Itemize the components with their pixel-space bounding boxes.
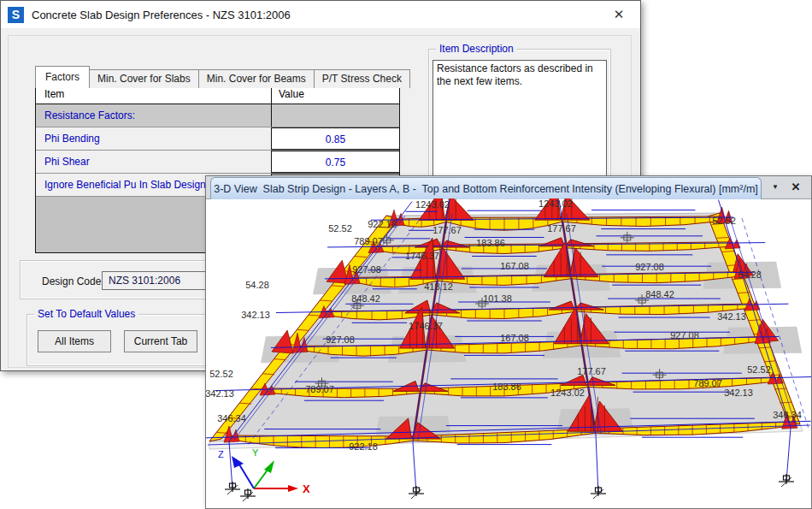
intensity-label: 101.38 [483, 293, 512, 304]
all-items-button[interactable]: All Items [38, 330, 111, 352]
value-phi-bending[interactable]: 0.85 [271, 127, 399, 150]
axis-x-label: X [303, 482, 310, 495]
intensity-label: 167.08 [500, 333, 529, 343]
intensity-label: 52.52 [328, 223, 352, 234]
support-icon [779, 474, 794, 487]
intensity-label: 927.08 [352, 264, 381, 275]
intensity-label: 52.52 [712, 216, 736, 226]
app-icon: S [8, 7, 24, 23]
intensity-label: 342.13 [241, 310, 270, 320]
intensity-label: 167.08 [500, 261, 529, 271]
intensity-label: 177.67 [547, 223, 576, 234]
intensity-label: 346.34 [217, 413, 246, 423]
item-description-label: Item Description [436, 43, 517, 55]
intensity-label: 342.13 [206, 388, 234, 399]
tabstrip: Factors Min. Cover for Slabs Min. Cover … [35, 66, 409, 88]
3d-model-canvas[interactable]: XYZ52.52922.181243.021243.02177.67177.67… [206, 198, 811, 508]
table-row: Resistance Factors: [36, 104, 399, 127]
dialog-close-icon[interactable]: ✕ [604, 7, 633, 22]
intensity-label: 922.18 [368, 219, 397, 229]
3d-view-title: 3-D View Slab Strip Design - Layers A, B… [210, 177, 762, 199]
intensity-label: 1746.37 [409, 321, 443, 331]
support-icon [591, 486, 606, 499]
table-row: Phi Shear 0.75 [36, 151, 399, 174]
intensity-label: 346.34 [773, 410, 802, 420]
intensity-label: 1243.02 [550, 388, 585, 398]
current-tab-button[interactable]: Current Tab [124, 330, 197, 352]
intensity-label: 848.42 [645, 289, 674, 299]
intensity-label: 1243.02 [538, 198, 573, 209]
intensity-label: 848.42 [351, 293, 380, 304]
table-row: Phi Bending 0.85 [36, 127, 399, 151]
intensity-label: 927.08 [635, 262, 664, 272]
design-code-label: Design Code [42, 275, 101, 287]
intensity-label: 418.12 [424, 281, 453, 292]
design-code-value: NZS 3101:2006 [109, 275, 180, 287]
support-icon [225, 482, 240, 494]
intensity-label: 52.52 [747, 364, 771, 375]
item-phi-shear: Phi Shear [36, 151, 271, 173]
axis-z-label: Z [218, 449, 224, 459]
3d-view-window: 3-D View Slab Strip Design - Layers A, B… [205, 175, 812, 509]
intensity-label: 789.07 [305, 384, 334, 394]
intensity-label: 177.67 [577, 366, 606, 376]
tab-factors[interactable]: Factors [35, 66, 90, 88]
intensity-label: 54.28 [738, 269, 762, 280]
value-resistance-factors [271, 104, 399, 127]
intensity-label: 922.18 [349, 441, 378, 452]
tab-pt-stress-check[interactable]: P/T Stress Check [314, 69, 410, 88]
axis-y-label: Y [252, 447, 259, 458]
intensity-label: 927.08 [670, 330, 699, 340]
support-icon [409, 486, 424, 499]
item-resistance-factors: Resistance Factors: [36, 104, 271, 127]
intensity-label: 789.07 [354, 236, 383, 246]
window-close-icon[interactable]: ✕ [787, 179, 804, 195]
tab-min-cover-slabs[interactable]: Min. Cover for Slabs [89, 69, 199, 88]
value-phi-shear[interactable]: 0.75 [271, 151, 399, 173]
intensity-label: 1243.02 [415, 199, 450, 210]
support-icon [240, 488, 256, 501]
intensity-label: 789.07 [693, 378, 722, 388]
intensity-label: 342.13 [724, 388, 753, 398]
dialog-title: Concrete Slab Design Preferences - NZS 3… [32, 9, 291, 21]
dialog-titlebar[interactable]: S Concrete Slab Design Preferences - NZS… [1, 1, 640, 28]
intensity-label: 1746.37 [405, 251, 439, 261]
intensity-label: 342.13 [717, 311, 746, 322]
3d-view-titlebar[interactable]: 3-D View Slab Strip Design - Layers A, B… [206, 176, 811, 199]
intensity-label: 183.86 [476, 238, 505, 248]
window-dropdown-icon[interactable]: ▼ [767, 179, 784, 195]
tab-min-cover-beams[interactable]: Min. Cover for Beams [198, 69, 315, 88]
intensity-label: 183.86 [492, 382, 521, 392]
intensity-label: 177.67 [432, 225, 462, 235]
intensity-label: 927.08 [326, 334, 355, 345]
set-defaults-label: Set To Default Values [34, 308, 138, 320]
item-phi-bending: Phi Bending [36, 127, 271, 150]
intensity-label: 54.28 [245, 280, 269, 290]
intensity-label: 52.52 [209, 369, 233, 379]
